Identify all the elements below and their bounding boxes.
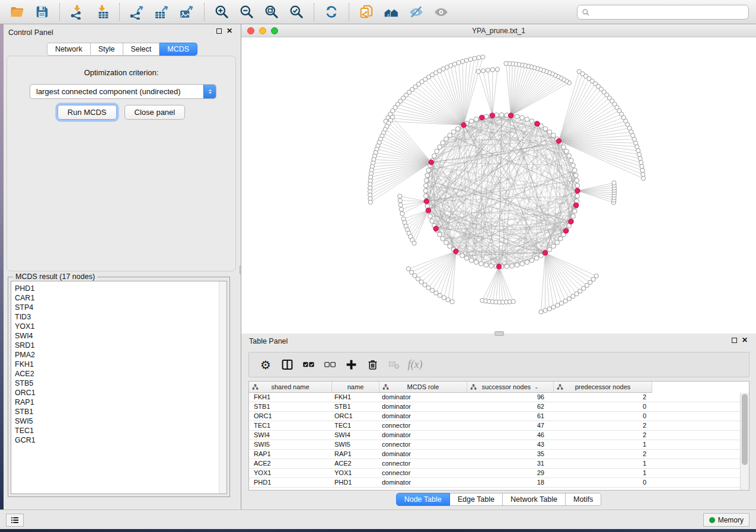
zoom-selected-button[interactable]: [286, 2, 307, 21]
mcds-list-scrollbar[interactable]: [219, 281, 227, 493]
mcds-result-item[interactable]: FKH1: [15, 360, 218, 369]
table-row[interactable]: ACE2ACE2connector311: [249, 459, 740, 469]
float-panel-icon[interactable]: [216, 28, 222, 34]
table-panel-header: Table Panel ✕: [241, 334, 756, 349]
export-image-button[interactable]: [176, 2, 197, 21]
tab-network-table[interactable]: Network Table: [503, 493, 566, 506]
search-input[interactable]: [593, 5, 744, 19]
tab-motifs[interactable]: Motifs: [566, 493, 601, 506]
table-options-gear-button[interactable]: ⚙: [255, 355, 276, 375]
mcds-result-item[interactable]: ACE2: [15, 369, 218, 379]
import-table-button[interactable]: [91, 2, 113, 21]
table-cell: connector: [379, 440, 467, 449]
deselect-all-columns-button[interactable]: [319, 355, 340, 375]
table-cell: 2: [554, 431, 652, 440]
mcds-result-item[interactable]: PMA2: [15, 350, 218, 360]
table-row[interactable]: FKH1FKH1dominator962: [249, 393, 740, 402]
table-cell: FKH1: [332, 393, 379, 402]
function-builder-button[interactable]: f(x): [404, 355, 426, 375]
import-network-button[interactable]: [66, 2, 88, 21]
network-canvas[interactable]: [241, 37, 756, 334]
search-box[interactable]: [577, 5, 749, 20]
control-panel-title: Control Panel: [8, 28, 53, 37]
export-table-button[interactable]: [151, 2, 173, 21]
mcds-result-item[interactable]: SWI4: [15, 331, 218, 341]
table-row[interactable]: ORC1ORC1dominator610: [249, 412, 740, 421]
open-file-button[interactable]: [7, 2, 28, 21]
save-session-button[interactable]: [31, 2, 53, 21]
table-row[interactable]: SWI4SWI4dominator462: [249, 431, 740, 440]
table-cell: 35: [467, 450, 554, 459]
show-panels-button[interactable]: [6, 514, 24, 527]
table-cell: TEC1: [332, 421, 379, 430]
close-panel-icon[interactable]: ✕: [742, 338, 748, 343]
column-header-shared-name[interactable]: shared name: [249, 382, 332, 392]
column-header-predecessor-nodes[interactable]: predecessor nodes: [554, 382, 652, 392]
mcds-result-item[interactable]: GCR1: [15, 435, 218, 445]
first-neighbors-icon: [384, 4, 399, 20]
close-panel-icon[interactable]: ✕: [227, 28, 232, 34]
optimization-criterion-dropdown[interactable]: largest connected component (undirected): [30, 84, 216, 99]
tab-network[interactable]: Network: [47, 43, 91, 56]
zoom-out-button[interactable]: [236, 2, 257, 21]
mcds-result-list[interactable]: PHD1CAR1STP4TID3YOX1SWI4SRD1PMA2FKH1ACE2…: [11, 281, 218, 493]
tab-edge-table[interactable]: Edge Table: [450, 493, 503, 506]
float-panel-icon[interactable]: [732, 338, 737, 343]
table-cell: 62: [467, 402, 554, 411]
zoom-in-button[interactable]: [211, 2, 232, 21]
scrollbar-thumb[interactable]: [742, 394, 748, 465]
table-cell: 46: [467, 431, 554, 440]
table-row[interactable]: STB1STB1dominator620: [249, 402, 740, 412]
zoom-fit-button[interactable]: [261, 2, 282, 21]
mcds-result-item[interactable]: SWI5: [15, 416, 218, 426]
tab-style[interactable]: Style: [91, 43, 123, 56]
create-column-button[interactable]: [340, 355, 362, 375]
export-network-button[interactable]: [126, 2, 148, 21]
clone-network-button[interactable]: [356, 2, 377, 21]
tab-select[interactable]: Select: [123, 43, 160, 56]
table-row[interactable]: YOX1YOX1connector291: [249, 469, 740, 478]
mcds-result-item[interactable]: TID3: [15, 312, 218, 322]
mcds-result-item[interactable]: STP4: [15, 303, 218, 312]
select-all-columns-button[interactable]: [298, 355, 319, 375]
import-table-icon: [94, 4, 110, 20]
mcds-result-item[interactable]: RAP1: [15, 398, 218, 407]
mcds-result-item[interactable]: STB5: [15, 379, 218, 388]
table-cell: 0: [554, 478, 652, 487]
toggle-columns-button[interactable]: [276, 355, 298, 375]
table-row[interactable]: TEC1TEC1connector472: [249, 421, 740, 431]
mcds-result-item[interactable]: YOX1: [15, 322, 218, 331]
zoom-fit-icon: [264, 4, 279, 20]
table-row[interactable]: SWI5SWI5connector431: [249, 440, 740, 450]
column-header-MCDS-role[interactable]: MCDS role: [379, 382, 467, 392]
mcds-result-item[interactable]: PHD1: [15, 284, 218, 293]
delete-columns-button[interactable]: [362, 355, 383, 375]
table-cell: SWI4: [249, 431, 332, 440]
mcds-result-item[interactable]: TEC1: [15, 426, 218, 435]
table-cell: 2: [554, 421, 652, 430]
network-window-title: YPA_prune.txt_1: [241, 27, 756, 35]
mcds-result-item[interactable]: SRD1: [15, 341, 218, 350]
mcds-result-item[interactable]: STB1: [15, 407, 218, 416]
delete-table-button[interactable]: [383, 355, 404, 375]
first-neighbors-button[interactable]: [381, 2, 402, 21]
refresh-view-button[interactable]: [321, 2, 342, 21]
show-all-button[interactable]: [430, 2, 452, 21]
close-panel-button[interactable]: Close panel: [125, 105, 186, 120]
tab-mcds[interactable]: MCDS: [160, 43, 197, 56]
status-bar: Memory: [0, 509, 756, 529]
column-header-name[interactable]: name: [332, 382, 379, 392]
mcds-result-item[interactable]: ORC1: [15, 388, 218, 398]
tab-node-table[interactable]: Node Table: [396, 493, 450, 506]
mcds-result-item[interactable]: CAR1: [15, 293, 218, 303]
run-mcds-button[interactable]: Run MCDS: [58, 105, 117, 120]
memory-button[interactable]: Memory: [703, 513, 749, 527]
table-row[interactable]: RAP1RAP1dominator352: [249, 450, 740, 459]
hide-selected-button[interactable]: [406, 2, 427, 21]
column-header-successor-nodes[interactable]: successor nodes⌄: [467, 382, 554, 392]
table-row[interactable]: PHD1PHD1dominator180: [249, 478, 740, 488]
memory-status-icon: [709, 517, 715, 523]
table-cell: TEC1: [249, 421, 332, 430]
table-scrollbar[interactable]: [740, 393, 749, 490]
table-cell: SWI4: [332, 431, 379, 440]
